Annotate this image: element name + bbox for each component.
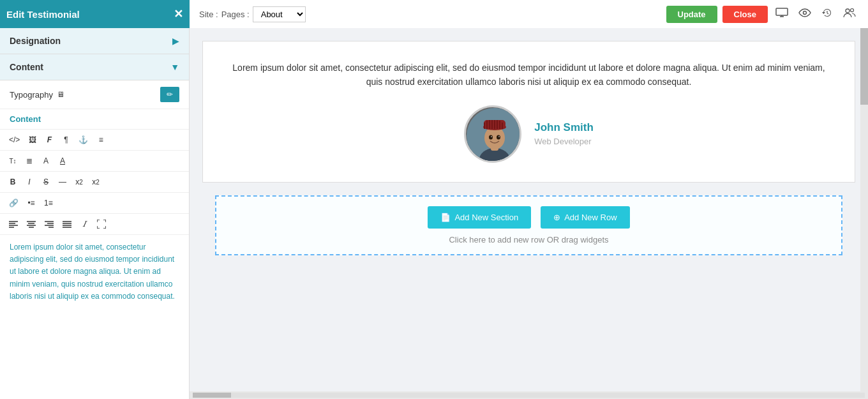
svg-point-41: [497, 135, 500, 139]
code-btn[interactable]: </>: [5, 132, 24, 147]
svg-point-7: [851, 9, 854, 12]
italic3-btn[interactable]: 𝐼: [77, 216, 92, 232]
pencil-icon: ✏: [167, 90, 173, 99]
top-bar-main: Site : Pages : About Home Contact Blog U…: [190, 0, 868, 28]
svg-point-43: [498, 136, 500, 137]
svg-point-3: [804, 11, 807, 15]
bullet-list-btn[interactable]: •≡: [24, 195, 39, 211]
content-label-row: Content: [0, 109, 189, 130]
editor-content[interactable]: Lorem ipsum dolor sit amet, consectetur …: [10, 241, 179, 303]
author-info: John Smith Web Developer: [534, 121, 594, 146]
testimonial-card: Lorem ipsum dolor sit amet, consectetur …: [202, 41, 855, 183]
designation-arrow-icon: ▶: [172, 36, 179, 46]
content-arrow-icon: ▼: [170, 62, 179, 72]
right-scrollbar-thumb[interactable]: [860, 28, 868, 105]
svg-rect-0: [776, 8, 788, 15]
content-section-header[interactable]: Content ▼: [0, 54, 189, 80]
justify-btn[interactable]: [59, 216, 75, 232]
history-icon[interactable]: [819, 4, 835, 24]
content-section-label: Content: [10, 62, 43, 72]
paragraph-btn[interactable]: ¶: [58, 132, 73, 147]
testimonial-text: Lorem ipsum dolor sit amet, consectetur …: [228, 61, 829, 89]
toolbar-row-5: 𝐼: [0, 214, 189, 235]
align-btn[interactable]: ≡: [93, 132, 108, 147]
text-editor[interactable]: Lorem ipsum dolor sit amet, consectetur …: [0, 235, 189, 399]
typography-label: Typography 🖥: [10, 90, 64, 100]
add-new-section-button[interactable]: 📄 Add New Section: [428, 206, 531, 229]
align-right-btn[interactable]: [41, 216, 57, 232]
add-hint-text: Click here to add new row OR drag widget…: [226, 235, 832, 245]
desktop-icon[interactable]: [773, 5, 791, 23]
file-icon: 📄: [440, 213, 451, 222]
list-indent-btn[interactable]: ≣: [22, 153, 37, 169]
pages-label: Pages :: [221, 10, 250, 19]
site-label: Site :: [199, 10, 218, 19]
testimonial-author: John Smith Web Developer: [228, 105, 829, 163]
toolbar-row-2: T↕ ≣ A A: [0, 151, 189, 172]
left-panel: Designation ▶ Content ▼ Typography 🖥 ✏ C…: [0, 28, 190, 399]
monitor-icon: 🖥: [57, 90, 64, 99]
subscript-btn[interactable]: x2: [88, 174, 103, 190]
add-section-buttons: 📄 Add New Section ⊕ Add New Row: [226, 206, 832, 229]
preview-icon[interactable]: [796, 6, 814, 22]
close-button[interactable]: Close: [722, 6, 768, 23]
fontcolor-btn[interactable]: A: [38, 153, 54, 169]
toolbar-row-4: 🔗 •≡ 1≡: [0, 193, 189, 214]
top-bar-actions: Update Close: [666, 4, 858, 24]
font-btn[interactable]: F: [41, 132, 57, 147]
bottom-scrollbar-thumb[interactable]: [193, 393, 231, 398]
svg-line-5: [827, 13, 828, 15]
link-btn[interactable]: 🔗: [5, 195, 22, 211]
author-name: John Smith: [534, 121, 594, 134]
svg-point-6: [846, 9, 849, 13]
highlight-btn[interactable]: A: [55, 153, 70, 169]
textsize-btn[interactable]: T↕: [5, 153, 20, 169]
bold-btn[interactable]: B: [5, 174, 20, 190]
editor-title: Edit Testimonial: [6, 9, 174, 20]
canvas-area: Lorem ipsum dolor sit amet, consectetur …: [190, 28, 868, 399]
add-new-row-button[interactable]: ⊕ Add New Row: [541, 206, 629, 229]
strike-btn[interactable]: S: [38, 174, 54, 190]
right-scrollbar[interactable]: [860, 28, 868, 391]
update-button[interactable]: Update: [666, 6, 717, 23]
typography-row: Typography 🖥 ✏: [0, 80, 189, 109]
align-center-btn[interactable]: [23, 216, 40, 232]
plus-icon: ⊕: [553, 213, 560, 222]
svg-point-40: [489, 135, 493, 139]
typography-edit-button[interactable]: ✏: [160, 87, 179, 102]
author-avatar: [464, 105, 521, 163]
designation-section[interactable]: Designation ▶: [0, 28, 189, 54]
image-btn[interactable]: 🖼: [25, 132, 40, 147]
fullscreen-btn[interactable]: [93, 216, 110, 232]
ordered-list-btn[interactable]: 1≡: [40, 195, 57, 211]
bottom-scrollbar-track: [193, 393, 865, 398]
hr-btn[interactable]: —: [55, 174, 70, 190]
pages-select[interactable]: About Home Contact Blog: [253, 6, 306, 22]
align-left-btn[interactable]: [5, 216, 22, 232]
anchor-btn[interactable]: ⚓: [75, 132, 92, 147]
right-panel: Lorem ipsum dolor sit amet, consectetur …: [190, 28, 868, 399]
users-icon[interactable]: [841, 5, 858, 23]
italic-btn[interactable]: I: [22, 174, 37, 190]
add-section-area: 📄 Add New Section ⊕ Add New Row Click he…: [215, 195, 842, 255]
bottom-scrollbar[interactable]: [190, 391, 868, 399]
svg-point-42: [491, 136, 492, 137]
designation-label: Designation: [10, 36, 61, 46]
editor-header: Edit Testimonial ✕: [0, 0, 190, 28]
toolbar-row-1: </> 🖼 F ¶ ⚓ ≡: [0, 130, 189, 151]
close-x-button[interactable]: ✕: [174, 7, 183, 21]
toolbar-row-3: B I S — x2 x2: [0, 172, 189, 193]
author-title: Web Developer: [534, 137, 594, 146]
superscript-btn[interactable]: x2: [71, 174, 87, 190]
